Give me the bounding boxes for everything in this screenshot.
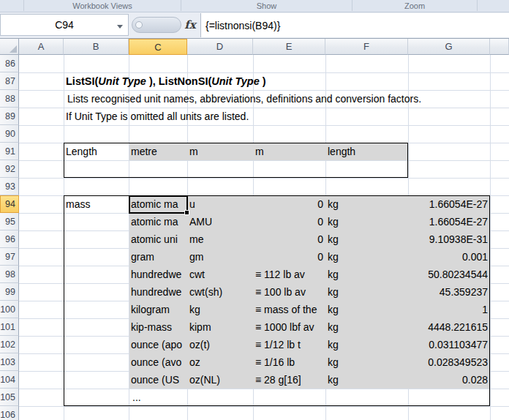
row-header-105[interactable]: 105 (0, 389, 19, 406)
cell-si-unit[interactable]: kg (328, 195, 339, 213)
cell-unit-abbr[interactable]: oz(t) (189, 336, 251, 353)
cell-unit-definition[interactable]: ≡ 28 g[16] (255, 371, 325, 389)
name-box-dropdown-icon[interactable] (117, 25, 123, 29)
cell-unit-name[interactable]: atomic ma (131, 213, 186, 230)
row-header-98[interactable]: 98 (0, 266, 19, 283)
cell-conversion-factor[interactable]: 0.001 (370, 248, 488, 266)
column-header-e[interactable]: E (253, 39, 325, 55)
column-header-partial[interactable] (490, 39, 509, 55)
row-header-104[interactable]: 104 (0, 371, 19, 389)
cell-conversion-factor[interactable]: 0.028 (370, 371, 488, 389)
column-header-f[interactable]: F (325, 39, 408, 55)
column-header-c[interactable]: C (129, 39, 187, 55)
cell-unit-abbr[interactable]: kipm (189, 318, 251, 336)
name-box[interactable]: C94 (0, 14, 129, 36)
sheet-grid[interactable]: ListSI(Unit Type ), ListNonSI(Unit Type … (19, 55, 509, 420)
cell-c91-name[interactable]: metre (131, 143, 186, 160)
row-header-100[interactable]: 100 (0, 301, 19, 318)
cell-unit-name[interactable]: hundredwe (131, 266, 186, 283)
cell-conversion-factor[interactable]: 50.80234544 (370, 266, 488, 283)
cell-conversion-factor[interactable]: 0.028349523 (370, 353, 488, 371)
row-header-90[interactable]: 90 (0, 125, 19, 143)
cell-si-unit[interactable]: kg (328, 266, 339, 283)
active-cell-c94[interactable] (129, 195, 188, 214)
cell-unit-abbr[interactable]: oz(NL) (189, 371, 251, 389)
cell-unit-definition[interactable]: ≡ 1/16 lb (255, 353, 325, 371)
column-header-g[interactable]: G (408, 39, 490, 55)
cell-si-unit[interactable]: kg (328, 283, 339, 301)
row-header-101[interactable]: 101 (0, 318, 19, 336)
cell-unit-name[interactable]: atomic uni (131, 230, 186, 248)
cell-unit-name[interactable]: hundredwe (131, 283, 186, 301)
cell-f91-dimension[interactable]: length (328, 143, 355, 160)
cell-unit-definition[interactable]: 0 (253, 230, 323, 248)
cell-unit-name[interactable]: kip-mass (131, 318, 186, 336)
cell-si-unit[interactable]: kg (328, 230, 339, 248)
row-header-106[interactable]: 106 (0, 406, 19, 420)
cell-d91-abbr[interactable]: m (189, 143, 198, 160)
cell-b94-mass[interactable]: mass (66, 195, 90, 213)
row-header-95[interactable]: 95 (0, 213, 19, 230)
cell-unit-abbr[interactable]: cwt (189, 266, 251, 283)
cell-b89-description[interactable]: If Unit Type is omitted all units are li… (66, 108, 249, 125)
cell-conversion-factor[interactable]: 9.10938E-31 (370, 230, 488, 248)
cell-c105-ellipsis[interactable]: ... (132, 389, 141, 406)
cell-b88-description[interactable]: Lists recognised unit names, abbreviatio… (67, 90, 421, 108)
cell-conversion-factor[interactable]: 4448.221615 (370, 318, 488, 336)
cell-si-unit[interactable]: kg (328, 248, 339, 266)
cell-unit-abbr[interactable]: gm (189, 248, 251, 266)
select-all-corner[interactable] (0, 39, 19, 55)
row-header-91[interactable]: 91 (0, 143, 19, 160)
cell-si-unit[interactable]: kg (328, 371, 339, 389)
cell-unit-abbr[interactable]: oz (189, 353, 251, 371)
row-header-94[interactable]: 94 (0, 195, 19, 213)
cell-unit-definition[interactable]: 0 (253, 195, 323, 213)
cell-unit-abbr[interactable]: AMU (189, 213, 251, 230)
cell-unit-abbr[interactable]: u (189, 195, 251, 213)
column-header-d[interactable]: D (187, 39, 253, 55)
row-header-102[interactable]: 102 (0, 336, 19, 353)
cell-conversion-factor[interactable]: 0.031103477 (370, 336, 488, 353)
cell-b87-heading[interactable]: ListSI(Unit Type ), ListNonSI(Unit Type … (66, 72, 266, 90)
formula-input[interactable]: {=listnonsi(B94)} (200, 13, 509, 37)
cell-unit-definition[interactable]: ≡ 1000 lbf av (255, 318, 325, 336)
cell-si-unit[interactable]: kg (328, 353, 339, 371)
column-header-b[interactable]: B (64, 39, 129, 55)
cell-si-unit[interactable]: kg (328, 318, 339, 336)
cell-unit-name[interactable]: ounce (apo (131, 336, 186, 353)
cell-si-unit[interactable]: kg (328, 336, 339, 353)
cell-unit-definition[interactable]: ≡ 100 lb av (255, 283, 325, 301)
row-header-86[interactable]: 86 (0, 55, 19, 72)
cell-conversion-factor[interactable]: 1.66054E-27 (370, 213, 488, 230)
cell-b91-length[interactable]: Length (66, 143, 97, 160)
cell-unit-definition[interactable]: ≡ 112 lb av (255, 266, 325, 283)
row-header-97[interactable]: 97 (0, 248, 19, 266)
row-header-89[interactable]: 89 (0, 108, 19, 125)
cell-si-unit[interactable]: kg (328, 213, 339, 230)
cell-conversion-factor[interactable]: 45.359237 (370, 283, 488, 301)
cell-unit-name[interactable]: kilogram (131, 301, 186, 318)
cell-unit-abbr[interactable]: me (189, 230, 251, 248)
cell-unit-name[interactable]: gram (131, 248, 186, 266)
cell-si-unit[interactable]: kg (328, 301, 339, 318)
cell-conversion-factor[interactable]: 1 (370, 301, 488, 318)
row-header-96[interactable]: 96 (0, 230, 19, 248)
row-header-87[interactable]: 87 (0, 72, 19, 90)
column-header-a[interactable]: A (19, 39, 64, 55)
cell-unit-definition[interactable]: ≡ 1/12 lb t (255, 336, 325, 353)
cell-unit-name[interactable]: ounce (US (131, 371, 186, 389)
cell-unit-definition[interactable]: ≡ mass of the (255, 301, 325, 318)
row-header-103[interactable]: 103 (0, 353, 19, 371)
cell-unit-name[interactable]: ounce (avo (131, 353, 186, 371)
insert-function-icon[interactable]: fx (180, 14, 200, 36)
row-header-99[interactable]: 99 (0, 283, 19, 301)
cell-e91-definition[interactable]: m (255, 143, 264, 160)
cell-unit-abbr[interactable]: kg (189, 301, 251, 318)
row-header-93[interactable]: 93 (0, 178, 19, 195)
row-header-92[interactable]: 92 (0, 160, 19, 178)
fill-handle[interactable] (184, 210, 189, 215)
cell-unit-abbr[interactable]: cwt(sh) (189, 283, 251, 301)
row-header-88[interactable]: 88 (0, 90, 19, 108)
cell-unit-definition[interactable]: 0 (253, 248, 323, 266)
cell-unit-definition[interactable]: 0 (253, 213, 323, 230)
